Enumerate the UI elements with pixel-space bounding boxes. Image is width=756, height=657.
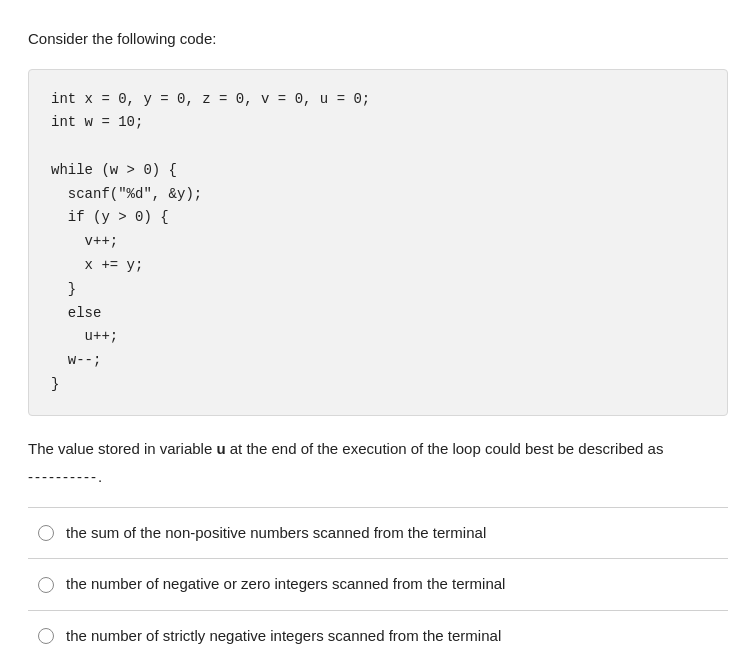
description-suffix: at the end of the execution of the loop …: [226, 440, 664, 457]
options-list: the sum of the non-positive numbers scan…: [28, 507, 728, 657]
option-label-3: the number of strictly negative integers…: [66, 625, 501, 648]
description-prefix: The value stored in variable: [28, 440, 216, 457]
blank-line: ----------.: [28, 466, 728, 489]
option-item-2[interactable]: the number of negative or zero integers …: [28, 559, 728, 611]
option-item-1[interactable]: the sum of the non-positive numbers scan…: [28, 507, 728, 560]
option-label-2: the number of negative or zero integers …: [66, 573, 505, 596]
radio-1[interactable]: [38, 525, 54, 541]
option-item-3[interactable]: the number of strictly negative integers…: [28, 611, 728, 657]
question-prompt: Consider the following code:: [28, 28, 728, 51]
description-text: The value stored in variable u at the en…: [28, 438, 728, 461]
code-block: int x = 0, y = 0, z = 0, v = 0, u = 0; i…: [28, 69, 728, 416]
radio-2[interactable]: [38, 577, 54, 593]
option-label-1: the sum of the non-positive numbers scan…: [66, 522, 486, 545]
variable-name: u: [216, 440, 225, 457]
radio-3[interactable]: [38, 628, 54, 644]
page-container: Consider the following code: int x = 0, …: [0, 0, 756, 657]
